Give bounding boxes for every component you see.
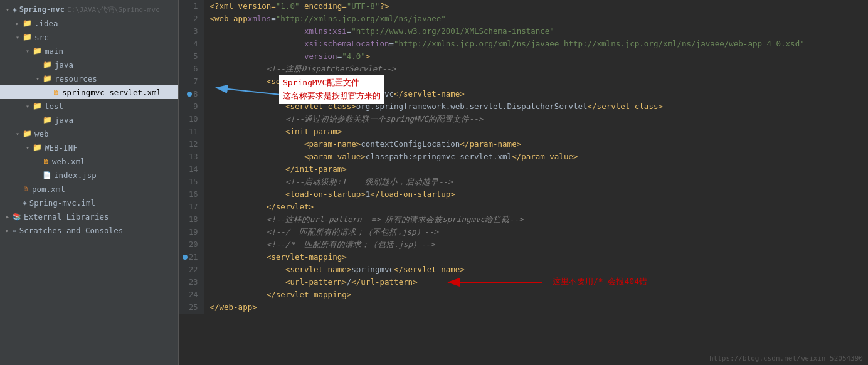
- code-lines: <?xml version="1.0" encoding="UTF-8"?> <…: [204, 0, 868, 314]
- sidebar-item-src[interactable]: 📁 src: [0, 30, 178, 44]
- code-line-8: <servlet-name>springmvc</servlet-name>: [209, 88, 868, 100]
- code-line-12: <param-name>contextConfigLocation</param…: [209, 138, 868, 151]
- sidebar-item-indexjsp[interactable]: 📄 index.jsp: [0, 168, 178, 182]
- code-line-25: </web-app>: [209, 301, 868, 314]
- xml-icon-webxml: 🗎: [43, 157, 50, 166]
- tree-arrow-scratches: [3, 225, 13, 235]
- tree-arrow-resources: [33, 73, 43, 83]
- tree-arrow-src: [13, 32, 23, 42]
- code-line-20: <!--/* 匹配所有的请求；（包括.jsp）-->: [209, 238, 868, 251]
- sidebar-label-main: main: [45, 46, 63, 56]
- sidebar-label-springmvciml: Spring-mvc.iml: [29, 198, 95, 208]
- code-line-4: xsi:schemaLocation="http://xmlns.jcp.org…: [209, 38, 868, 50]
- sidebar-item-main[interactable]: 📁 main: [0, 44, 178, 58]
- code-line-10: <!--通过初始参数关联一个springMVC的配置文件-->: [209, 113, 868, 125]
- sidebar-item-springmvciml[interactable]: ◈ Spring-mvc.iml: [0, 196, 178, 209]
- tree-arrow-extlib: [3, 211, 13, 221]
- code-line-13: <param-value>classpath:springmvc-servlet…: [209, 151, 868, 163]
- code-line-23: <url-pattern>/</url-pattern>: [209, 276, 868, 288]
- code-line-11: <init-param>: [209, 125, 868, 138]
- code-line-16: <load-on-startup>1</load-on-startup>: [209, 188, 868, 201]
- code-line-21: <servlet-mapping>: [209, 251, 868, 263]
- project-sidebar: ◈ Spring-mvc E:\JAVA\代码\Spring-mvc 📁 .id…: [0, 0, 179, 365]
- sidebar-item-webxml[interactable]: 🗎 web.xml: [0, 154, 178, 168]
- sidebar-label-src: src: [34, 33, 49, 42]
- sidebar-label-test: test: [45, 102, 63, 111]
- sidebar-label-web: web: [34, 129, 49, 139]
- tree-arrow-main: [23, 46, 33, 56]
- sidebar-label-webinf: WEB-INF: [45, 143, 78, 152]
- code-line-7: <servlet>: [209, 75, 868, 88]
- sidebar-item-pomxml[interactable]: 🗎 pom.xml: [0, 182, 178, 196]
- code-line-6: <!--注册DispatcherServlet-->: [209, 63, 868, 75]
- sidebar-label-idea: .idea: [34, 19, 58, 28]
- folder-icon-src: 📁: [23, 33, 32, 41]
- code-line-3: xmlns:xsi="http://www.w3.org/2001/XMLSch…: [209, 25, 868, 38]
- code-container: 1 2 3 4 5 6 7 8 9 10 11 12 13 14 15 16 1…: [179, 0, 868, 314]
- sidebar-item-web[interactable]: 📁 web: [0, 127, 178, 140]
- sidebar-label-extlib: External Libraries: [24, 212, 109, 221]
- sidebar-root-path: E:\JAVA\代码\Spring-mvc: [67, 5, 160, 14]
- xml-icon-pomxml: 🗎: [23, 185, 29, 193]
- folder-icon-java: 📁: [43, 60, 52, 69]
- folder-icon-idea: 📁: [23, 19, 32, 28]
- sidebar-root-label: Spring-mvc: [19, 5, 65, 14]
- code-line-9: <servlet-class>org.springframework.web.s…: [209, 100, 868, 113]
- sidebar-item-spring-mvc-root[interactable]: ◈ Spring-mvc E:\JAVA\代码\Spring-mvc: [0, 3, 178, 16]
- tree-arrow-web: [13, 129, 23, 139]
- module-icon: ◈: [13, 6, 17, 14]
- folder-icon-webinf: 📁: [33, 143, 42, 152]
- jsp-icon-indexjsp: 📄: [43, 171, 51, 179]
- code-editor: 1 2 3 4 5 6 7 8 9 10 11 12 13 14 15 16 1…: [179, 0, 868, 365]
- tree-arrow-test: [23, 101, 33, 111]
- code-line-14: </init-param>: [209, 163, 868, 176]
- sidebar-label-pomxml: pom.xml: [32, 184, 65, 194]
- line-numbers: 1 2 3 4 5 6 7 8 9 10 11 12 13 14 15 16 1…: [179, 0, 204, 314]
- sidebar-label-webxml: web.xml: [52, 157, 85, 166]
- folder-icon-test: 📁: [33, 102, 42, 110]
- tree-arrow-webinf: [23, 142, 33, 152]
- watermark: https://blog.csdn.net/weixin_52054390: [709, 354, 863, 362]
- sidebar-label-testjava: java: [55, 115, 73, 125]
- code-line-2: <web-app xmlns="http://xmlns.jcp.org/xml…: [209, 13, 868, 25]
- sidebar-item-scratches[interactable]: ✏ Scratches and Consoles: [0, 223, 178, 237]
- sidebar-item-extlib[interactable]: 📚 External Libraries: [0, 209, 178, 223]
- code-line-19: <!--/ 匹配所有的请求；（不包括.jsp）-->: [209, 226, 868, 238]
- xml-icon-springmvc: 🗎: [53, 88, 60, 97]
- folder-icon-resources: 📁: [43, 74, 52, 83]
- sidebar-item-test[interactable]: 📁 test: [0, 99, 178, 113]
- module-icon-iml: ◈: [23, 199, 27, 207]
- sidebar-item-idea[interactable]: 📁 .idea: [0, 16, 178, 30]
- folder-icon-web: 📁: [23, 129, 32, 138]
- tree-arrow-root: [3, 4, 13, 14]
- sidebar-item-test-java[interactable]: 📁 java: [0, 113, 178, 127]
- sidebar-item-java[interactable]: 📁 java: [0, 58, 178, 71]
- sidebar-label-java: java: [55, 60, 73, 70]
- extlib-icon: 📚: [13, 213, 21, 221]
- sidebar-label-springmvc-servlet: springmvc-servlet.xml: [62, 88, 161, 97]
- sidebar-label-indexjsp: index.jsp: [54, 171, 97, 180]
- code-line-15: <!--启动级别:1 级别越小，启动越早-->: [209, 176, 868, 188]
- sidebar-item-webinf[interactable]: 📁 WEB-INF: [0, 140, 178, 154]
- code-line-18: <!--这样的url-pattern => 所有的请求会被springmvc给拦…: [209, 213, 868, 226]
- code-line-24: </servlet-mapping>: [209, 288, 868, 301]
- folder-icon-main: 📁: [33, 46, 42, 55]
- tree-arrow-idea: [13, 18, 23, 28]
- code-line-1: <?xml version="1.0" encoding="UTF-8"?>: [209, 0, 868, 13]
- folder-icon-testjava: 📁: [43, 115, 52, 124]
- sidebar-label-resources: resources: [55, 74, 97, 83]
- scratches-icon: ✏: [13, 226, 17, 235]
- code-line-5: version="4.0">: [209, 50, 868, 63]
- sidebar-label-scratches: Scratches and Consoles: [19, 226, 124, 235]
- code-line-17: </servlet>: [209, 201, 868, 213]
- sidebar-item-springmvc-servlet[interactable]: 🗎 springmvc-servlet.xml: [0, 85, 178, 99]
- sidebar-item-resources[interactable]: 📁 resources: [0, 71, 178, 85]
- code-line-22: <servlet-name>springmvc</servlet-name>: [209, 263, 868, 276]
